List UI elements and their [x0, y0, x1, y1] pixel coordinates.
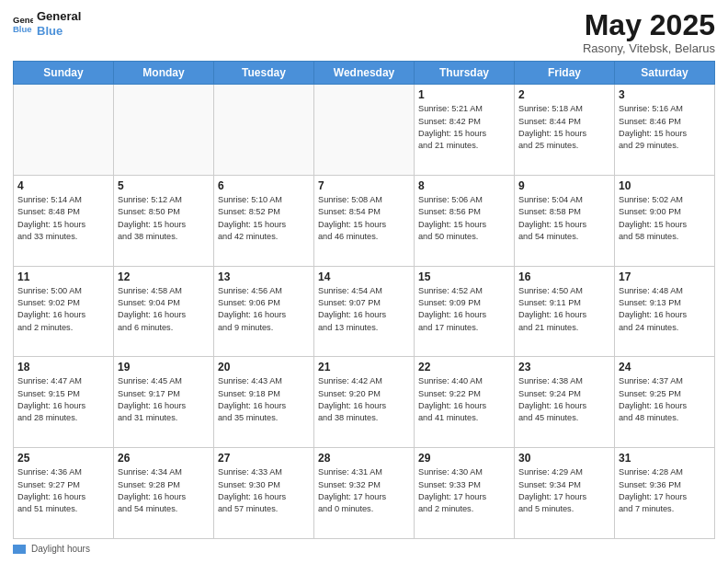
calendar-cell: 22Sunrise: 4:40 AM Sunset: 9:22 PM Dayli… — [415, 357, 515, 448]
logo-blue: Blue — [37, 24, 81, 39]
calendar-day-header: Thursday — [415, 62, 515, 85]
day-number: 17 — [619, 270, 711, 283]
calendar-cell: 28Sunrise: 4:31 AM Sunset: 9:32 PM Dayli… — [314, 448, 415, 539]
cell-info: Sunrise: 4:48 AM Sunset: 9:13 PM Dayligh… — [619, 285, 711, 334]
day-number: 27 — [218, 452, 310, 465]
calendar-cell: 6Sunrise: 5:10 AM Sunset: 8:52 PM Daylig… — [214, 175, 314, 266]
day-number: 30 — [518, 452, 610, 465]
cell-info: Sunrise: 5:04 AM Sunset: 8:58 PM Dayligh… — [518, 194, 610, 243]
day-number: 15 — [418, 270, 510, 283]
calendar-cell: 17Sunrise: 4:48 AM Sunset: 9:13 PM Dayli… — [615, 266, 715, 357]
day-number: 25 — [17, 452, 109, 465]
logo-general: General — [37, 9, 81, 24]
calendar-cell: 19Sunrise: 4:45 AM Sunset: 9:17 PM Dayli… — [114, 357, 214, 448]
day-number: 6 — [218, 179, 310, 192]
day-number: 10 — [619, 179, 711, 192]
calendar-week-row: 18Sunrise: 4:47 AM Sunset: 9:15 PM Dayli… — [14, 357, 715, 448]
day-number: 23 — [518, 361, 610, 373]
calendar-cell: 23Sunrise: 4:38 AM Sunset: 9:24 PM Dayli… — [515, 357, 615, 448]
month-title: May 2025 — [583, 9, 715, 41]
day-number: 31 — [619, 452, 711, 465]
calendar-day-header: Friday — [515, 62, 615, 85]
day-number: 20 — [218, 361, 310, 373]
calendar-week-row: 4Sunrise: 5:14 AM Sunset: 8:48 PM Daylig… — [14, 175, 715, 266]
title-block: May 2025 Rasony, Vitebsk, Belarus — [583, 9, 715, 55]
cell-info: Sunrise: 5:14 AM Sunset: 8:48 PM Dayligh… — [17, 194, 109, 243]
calendar-day-header: Wednesday — [314, 62, 415, 85]
calendar-cell: 16Sunrise: 4:50 AM Sunset: 9:11 PM Dayli… — [515, 266, 615, 357]
day-number: 19 — [118, 361, 210, 373]
calendar-cell: 13Sunrise: 4:56 AM Sunset: 9:06 PM Dayli… — [214, 266, 314, 357]
day-number: 16 — [518, 270, 610, 283]
calendar-cell: 9Sunrise: 5:04 AM Sunset: 8:58 PM Daylig… — [515, 175, 615, 266]
day-number: 5 — [118, 179, 210, 192]
calendar-cell: 5Sunrise: 5:12 AM Sunset: 8:50 PM Daylig… — [114, 175, 214, 266]
day-number: 8 — [418, 179, 510, 192]
footer: Daylight hours — [13, 544, 715, 554]
header: General Blue General Blue May 2025 Rason… — [13, 9, 715, 55]
calendar-cell: 21Sunrise: 4:42 AM Sunset: 9:20 PM Dayli… — [314, 357, 415, 448]
cell-info: Sunrise: 5:16 AM Sunset: 8:46 PM Dayligh… — [619, 103, 711, 152]
calendar-week-row: 1Sunrise: 5:21 AM Sunset: 8:42 PM Daylig… — [14, 85, 715, 176]
cell-info: Sunrise: 5:06 AM Sunset: 8:56 PM Dayligh… — [418, 194, 510, 243]
cell-info: Sunrise: 4:54 AM Sunset: 9:07 PM Dayligh… — [318, 285, 410, 334]
calendar-cell — [214, 85, 314, 176]
calendar-cell: 20Sunrise: 4:43 AM Sunset: 9:18 PM Dayli… — [214, 357, 314, 448]
cell-info: Sunrise: 5:18 AM Sunset: 8:44 PM Dayligh… — [518, 103, 610, 152]
day-number: 21 — [318, 361, 410, 373]
page: General Blue General Blue May 2025 Rason… — [0, 0, 728, 563]
day-number: 1 — [418, 88, 510, 101]
logo: General Blue General Blue — [13, 9, 81, 38]
cell-info: Sunrise: 4:42 AM Sunset: 9:20 PM Dayligh… — [318, 375, 410, 424]
cell-info: Sunrise: 4:28 AM Sunset: 9:36 PM Dayligh… — [619, 466, 711, 515]
day-number: 18 — [17, 361, 109, 373]
day-number: 24 — [619, 361, 711, 373]
calendar-cell: 31Sunrise: 4:28 AM Sunset: 9:36 PM Dayli… — [615, 448, 715, 539]
calendar-cell: 1Sunrise: 5:21 AM Sunset: 8:42 PM Daylig… — [415, 85, 515, 176]
cell-info: Sunrise: 4:33 AM Sunset: 9:30 PM Dayligh… — [218, 466, 310, 515]
calendar-cell: 3Sunrise: 5:16 AM Sunset: 8:46 PM Daylig… — [615, 85, 715, 176]
day-number: 4 — [17, 179, 109, 192]
calendar-cell — [14, 85, 114, 176]
cell-info: Sunrise: 5:12 AM Sunset: 8:50 PM Dayligh… — [118, 194, 210, 243]
calendar-cell: 12Sunrise: 4:58 AM Sunset: 9:04 PM Dayli… — [114, 266, 214, 357]
calendar-cell: 2Sunrise: 5:18 AM Sunset: 8:44 PM Daylig… — [515, 85, 615, 176]
day-number: 13 — [218, 270, 310, 283]
calendar-cell: 15Sunrise: 4:52 AM Sunset: 9:09 PM Dayli… — [415, 266, 515, 357]
calendar-cell: 4Sunrise: 5:14 AM Sunset: 8:48 PM Daylig… — [14, 175, 114, 266]
calendar-cell: 30Sunrise: 4:29 AM Sunset: 9:34 PM Dayli… — [515, 448, 615, 539]
svg-text:Blue: Blue — [13, 23, 32, 33]
calendar-week-row: 25Sunrise: 4:36 AM Sunset: 9:27 PM Dayli… — [14, 448, 715, 539]
calendar-cell: 8Sunrise: 5:06 AM Sunset: 8:56 PM Daylig… — [415, 175, 515, 266]
cell-info: Sunrise: 5:02 AM Sunset: 9:00 PM Dayligh… — [619, 194, 711, 243]
day-number: 14 — [318, 270, 410, 283]
day-number: 28 — [318, 452, 410, 465]
cell-info: Sunrise: 5:08 AM Sunset: 8:54 PM Dayligh… — [318, 194, 410, 243]
day-number: 29 — [418, 452, 510, 465]
day-number: 9 — [518, 179, 610, 192]
day-number: 26 — [118, 452, 210, 465]
cell-info: Sunrise: 4:36 AM Sunset: 9:27 PM Dayligh… — [17, 466, 109, 515]
cell-info: Sunrise: 4:47 AM Sunset: 9:15 PM Dayligh… — [17, 375, 109, 424]
calendar-cell: 25Sunrise: 4:36 AM Sunset: 9:27 PM Dayli… — [14, 448, 114, 539]
cell-info: Sunrise: 4:45 AM Sunset: 9:17 PM Dayligh… — [118, 375, 210, 424]
day-number: 2 — [518, 88, 610, 101]
calendar-cell: 14Sunrise: 4:54 AM Sunset: 9:07 PM Dayli… — [314, 266, 415, 357]
cell-info: Sunrise: 4:34 AM Sunset: 9:28 PM Dayligh… — [118, 466, 210, 515]
cell-info: Sunrise: 5:10 AM Sunset: 8:52 PM Dayligh… — [218, 194, 310, 243]
calendar-day-header: Monday — [114, 62, 214, 85]
calendar-table: SundayMondayTuesdayWednesdayThursdayFrid… — [13, 61, 715, 539]
calendar-day-header: Sunday — [14, 62, 114, 85]
calendar-cell: 18Sunrise: 4:47 AM Sunset: 9:15 PM Dayli… — [14, 357, 114, 448]
cell-info: Sunrise: 4:43 AM Sunset: 9:18 PM Dayligh… — [218, 375, 310, 424]
calendar-cell — [314, 85, 415, 176]
cell-info: Sunrise: 4:30 AM Sunset: 9:33 PM Dayligh… — [418, 466, 510, 515]
logo-icon: General Blue — [13, 14, 33, 34]
location: Rasony, Vitebsk, Belarus — [583, 41, 715, 55]
cell-info: Sunrise: 4:31 AM Sunset: 9:32 PM Dayligh… — [318, 466, 410, 515]
calendar-cell: 29Sunrise: 4:30 AM Sunset: 9:33 PM Dayli… — [415, 448, 515, 539]
cell-info: Sunrise: 4:58 AM Sunset: 9:04 PM Dayligh… — [118, 285, 210, 334]
calendar-cell: 27Sunrise: 4:33 AM Sunset: 9:30 PM Dayli… — [214, 448, 314, 539]
calendar-cell: 26Sunrise: 4:34 AM Sunset: 9:28 PM Dayli… — [114, 448, 214, 539]
cell-info: Sunrise: 4:38 AM Sunset: 9:24 PM Dayligh… — [518, 375, 610, 424]
